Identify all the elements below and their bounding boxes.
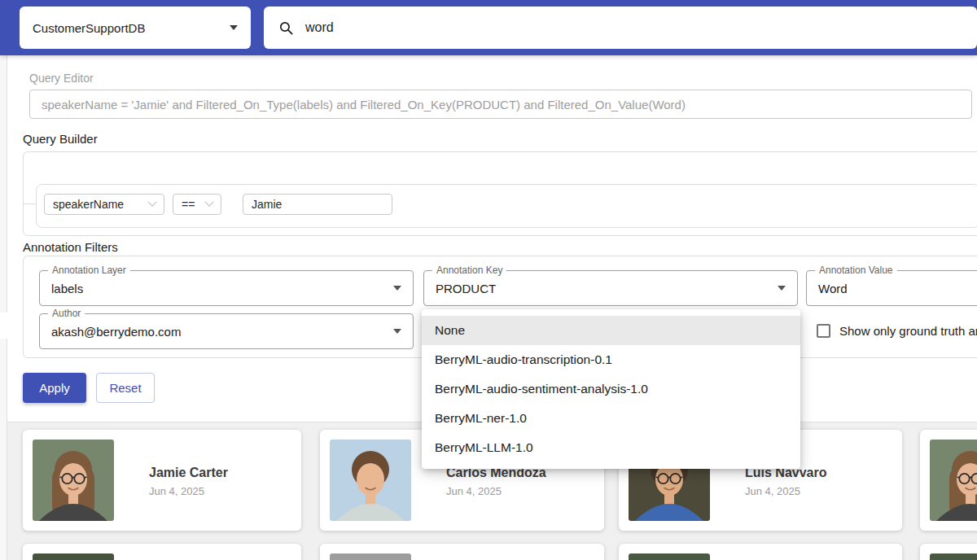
ground-truth-checkbox[interactable] [817,324,830,338]
menu-item[interactable]: BerryML-LLM-1.0 [422,433,800,462]
avatar [33,440,114,521]
avatar [930,440,977,521]
app-bar: CustomerSupportDB word [0,0,977,55]
rule-field-value: speakerName [53,198,139,211]
arrow-drop-down-icon [230,25,238,30]
annotation-value-text: Word [818,282,970,295]
rule-value-input[interactable]: Jamie [243,194,392,215]
rule-operator-select[interactable]: == [173,194,221,215]
annotation-layer-label: Annotation Layer [48,265,130,276]
drawer-handle [0,313,8,339]
apply-button[interactable]: Apply [23,373,86,403]
drawer-edge [0,55,7,560]
author-value: akash@berrydemo.com [51,325,393,339]
rule-value-text: Jamie [252,198,282,211]
avatar [930,553,977,560]
database-select-value: CustomerSupportDB [33,21,230,35]
avatar [33,553,114,560]
result-card[interactable] [619,544,902,560]
reset-button[interactable]: Reset [96,373,155,403]
menu-item[interactable]: BerryML-audio-transcription-0.1 [422,345,800,374]
rule-operator-value: == [182,198,196,211]
result-card[interactable] [23,544,301,560]
annotation-value-label: Annotation Value [815,265,897,276]
result-date: Jun 4, 2025 [446,485,502,497]
avatar [330,553,411,560]
result-card[interactable] [920,544,977,560]
arrow-drop-down-icon [393,329,401,334]
annotation-key-label: Annotation Key [432,265,506,276]
result-date: Jun 4, 2025 [149,485,204,497]
menu-item-none[interactable]: None [422,316,800,345]
search-input[interactable]: word [264,7,977,49]
annotation-key-select[interactable]: Annotation Key PRODUCT [423,270,798,306]
menu-item[interactable]: BerryML-ner-1.0 [422,404,800,433]
result-card[interactable]: Jamie Carter Jun 4, 2025 [23,430,301,531]
rule-field-select[interactable]: speakerName [44,194,164,215]
rule-connector-line [24,203,36,204]
author-label: Author [48,308,85,319]
result-card[interactable] [320,544,604,560]
result-name: Jamie Carter [149,466,228,480]
arrow-drop-down-icon [778,286,786,291]
annotation-layer-value: labels [51,282,393,295]
chevron-down-icon [204,198,213,207]
annotation-value-input[interactable]: Annotation Value Word [806,270,977,306]
query-editor-label: Query Editor [29,72,94,85]
chevron-down-icon [147,198,156,207]
arrow-drop-down-icon [393,286,401,291]
avatar [330,440,411,521]
author-select[interactable]: Author akash@berrydemo.com [39,313,414,349]
result-date: Jun 4, 2025 [745,485,800,497]
menu-item[interactable]: BerryML-audio-sentiment-analysis-1.0 [422,374,800,404]
annotation-key-menu: None BerryML-audio-transcription-0.1 Ber… [422,309,800,469]
query-editor-input[interactable]: speakerName = 'Jamie' and Filtered_On_Ty… [29,90,972,119]
annotation-key-value: PRODUCT [436,282,778,295]
annotation-filters-label: Annotation Filters [23,240,118,254]
search-input-value: word [305,20,334,35]
avatar [629,553,710,560]
search-icon [278,20,294,36]
query-builder-label: Query Builder [23,132,98,146]
ground-truth-checkbox-row: Show only ground truth ann [817,324,977,338]
result-card[interactable] [920,430,977,531]
annotation-layer-select[interactable]: Annotation Layer labels [39,270,414,306]
database-select[interactable]: CustomerSupportDB [20,7,251,49]
ground-truth-checkbox-label: Show only ground truth ann [839,324,977,338]
